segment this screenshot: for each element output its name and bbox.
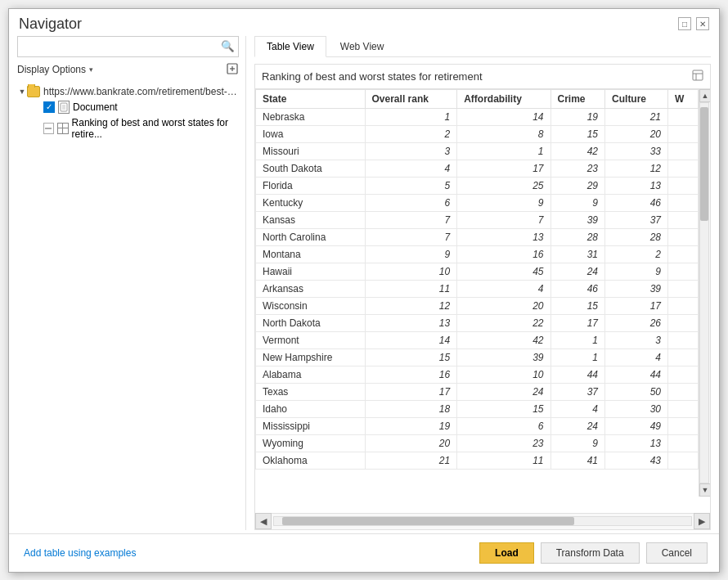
- cell-overall-rank: 1: [365, 108, 457, 125]
- cell-state: Arkansas: [256, 280, 366, 297]
- cell-crime: 17: [550, 314, 605, 331]
- cell-culture: 30: [605, 400, 668, 417]
- load-button[interactable]: Load: [479, 542, 534, 564]
- tree-document-item[interactable]: ✓ Document: [17, 99, 239, 115]
- table-row: Montana 9 16 31 2: [256, 245, 699, 263]
- cell-crime: 4: [550, 400, 605, 417]
- cell-culture: 12: [605, 160, 668, 177]
- cell-overall-rank: 15: [365, 348, 457, 366]
- table-row: Florida 5 25 29 13: [256, 177, 699, 194]
- document-checkbox[interactable]: ✓: [43, 101, 55, 113]
- document-label: Document: [73, 101, 118, 113]
- cell-overall-rank: 18: [365, 400, 457, 417]
- cell-affordability: 22: [457, 314, 550, 331]
- cell-crime: 44: [550, 366, 605, 383]
- display-options-label: Display Options: [17, 64, 86, 75]
- cell-affordability: 25: [457, 177, 550, 194]
- col-culture: Culture: [605, 89, 668, 108]
- cell-overall-rank: 6: [365, 194, 457, 211]
- table-row: Wisconsin 12 20 15 17: [256, 297, 699, 314]
- search-input[interactable]: [18, 41, 217, 52]
- search-button[interactable]: 🔍: [217, 36, 238, 57]
- close-button[interactable]: ✕: [696, 17, 709, 30]
- cell-w: [668, 280, 699, 297]
- table-row: Kansas 7 7 39 37: [256, 211, 699, 228]
- add-table-button[interactable]: Add table using examples: [20, 543, 139, 563]
- import-icon-button[interactable]: [226, 62, 239, 78]
- cell-culture: 44: [605, 366, 668, 383]
- cell-state: Montana: [256, 245, 366, 263]
- cell-crime: 37: [550, 383, 605, 400]
- cell-overall-rank: 12: [365, 297, 457, 314]
- h-scroll-thumb: [282, 517, 574, 525]
- tab-table-view[interactable]: Table View: [254, 36, 326, 57]
- document-icon: [58, 101, 70, 114]
- table-scroll[interactable]: State Overall rank Affordability Crime C…: [255, 89, 710, 513]
- cell-w: [668, 366, 699, 383]
- cell-overall-rank: 10: [365, 263, 457, 280]
- col-overall-rank: Overall rank: [365, 89, 457, 108]
- table-label: Ranking of best and worst states for ret…: [72, 117, 239, 140]
- scroll-up-arrow[interactable]: ▲: [699, 89, 710, 102]
- scroll-left-arrow[interactable]: ◀: [255, 513, 272, 529]
- scroll-down-arrow[interactable]: ▼: [699, 483, 710, 497]
- cell-crime: 9: [550, 434, 605, 452]
- display-options-button[interactable]: Display Options ▾: [17, 64, 93, 75]
- cell-culture: 37: [605, 211, 668, 228]
- cell-culture: 13: [605, 177, 668, 194]
- cancel-button[interactable]: Cancel: [646, 542, 708, 564]
- footer-left: Add table using examples: [20, 543, 139, 563]
- cell-culture: 50: [605, 383, 668, 400]
- cell-affordability: 10: [457, 366, 550, 383]
- cell-w: [668, 331, 699, 348]
- folder-icon: [27, 86, 40, 97]
- data-table: State Overall rank Affordability Crime C…: [255, 89, 699, 470]
- table-row: Kentucky 6 9 9 46: [256, 194, 699, 211]
- preview-icon-button[interactable]: [692, 70, 703, 83]
- cell-affordability: 9: [457, 194, 550, 211]
- cell-state: Nebraska: [256, 108, 366, 125]
- table-row: Iowa 2 8 15 20: [256, 125, 699, 142]
- cell-culture: 9: [605, 263, 668, 280]
- tab-web-view[interactable]: Web View: [328, 36, 397, 56]
- cell-state: Mississippi: [256, 417, 366, 434]
- cell-crime: 1: [550, 331, 605, 348]
- cell-state: Iowa: [256, 125, 366, 142]
- tree-table-item[interactable]: Ranking of best and worst states for ret…: [17, 115, 239, 142]
- transform-data-button[interactable]: Transform Data: [541, 542, 640, 564]
- cell-overall-rank: 16: [365, 366, 457, 383]
- tree-url-item[interactable]: ▼ https://www.bankrate.com/retirement/be…: [17, 84, 239, 99]
- cell-crime: 41: [550, 452, 605, 469]
- cell-w: [668, 211, 699, 228]
- cell-affordability: 6: [457, 417, 550, 434]
- v-scroll-thumb: [700, 107, 708, 221]
- cell-w: [668, 400, 699, 417]
- search-box: 🔍: [17, 36, 239, 57]
- table-checkbox[interactable]: [43, 123, 54, 134]
- cell-culture: 26: [605, 314, 668, 331]
- cell-overall-rank: 3: [365, 142, 457, 160]
- cell-affordability: 14: [457, 108, 550, 125]
- cell-culture: 49: [605, 417, 668, 434]
- table-icon: [57, 123, 69, 134]
- table-data-container: State Overall rank Affordability Crime C…: [255, 89, 710, 513]
- cell-affordability: 7: [457, 211, 550, 228]
- cell-affordability: 39: [457, 348, 550, 366]
- cell-state: Kansas: [256, 211, 366, 228]
- preview-header: Ranking of best and worst states for ret…: [255, 65, 710, 89]
- cell-w: [668, 452, 699, 469]
- col-crime: Crime: [550, 89, 605, 108]
- scroll-right-arrow[interactable]: ▶: [694, 513, 710, 529]
- cell-state: Alabama: [256, 366, 366, 383]
- vertical-scrollbar[interactable]: ▲ ▼: [699, 89, 710, 497]
- cell-affordability: 23: [457, 434, 550, 452]
- cell-crime: 23: [550, 160, 605, 177]
- minimize-button[interactable]: □: [678, 17, 691, 30]
- footer: Add table using examples Load Transform …: [9, 533, 719, 572]
- cell-overall-rank: 7: [365, 211, 457, 228]
- cell-affordability: 1: [457, 142, 550, 160]
- cell-crime: 28: [550, 228, 605, 245]
- cell-overall-rank: 9: [365, 245, 457, 263]
- cell-affordability: 15: [457, 400, 550, 417]
- left-panel: 🔍 Display Options ▾: [17, 36, 246, 530]
